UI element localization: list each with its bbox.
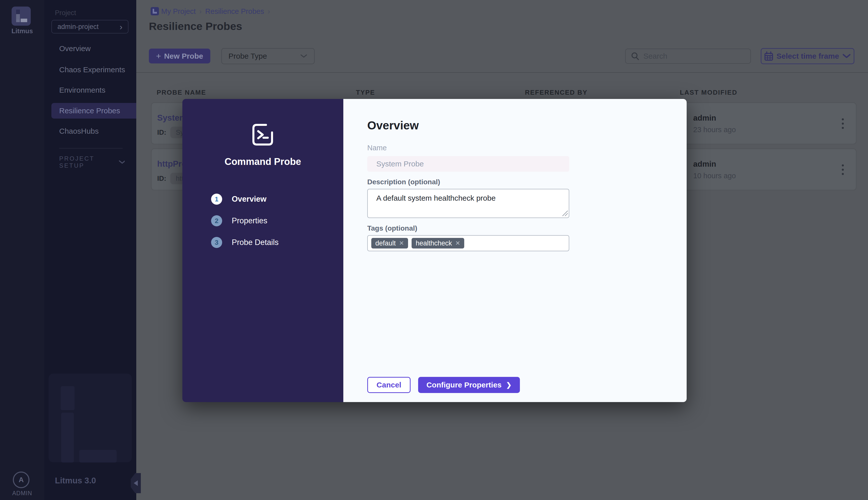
toolbar-divider (136, 72, 868, 73)
modified-by: admin (693, 114, 716, 123)
modified-by: admin (693, 160, 716, 169)
remove-tag-icon[interactable]: ✕ (455, 240, 460, 247)
select-time-frame-button[interactable]: Select time frame (761, 48, 854, 64)
chevron-down-icon (842, 54, 851, 59)
column-header-referenced-by: REFERENCED BY (525, 89, 587, 96)
step-number: 1 (211, 194, 222, 205)
new-probe-button[interactable]: + New Probe (149, 48, 210, 64)
kebab-icon (842, 118, 844, 120)
new-probe-label: New Probe (164, 52, 203, 60)
search-box (625, 48, 751, 64)
kebab-icon (842, 123, 844, 125)
project-select[interactable]: admin-project › (52, 20, 128, 34)
chevron-right-icon: › (120, 22, 122, 32)
configure-properties-button[interactable]: Configure Properties ❯ (418, 377, 520, 393)
column-header-probe-name: PROBE NAME (157, 89, 206, 96)
skeleton-block (79, 450, 117, 463)
avatar[interactable]: A (13, 471, 30, 488)
brand-label: Litmus (0, 27, 44, 35)
left-rail: Litmus A ADMIN (0, 0, 44, 500)
modified-time: 23 hours ago (693, 126, 736, 134)
avatar-role-label: ADMIN (0, 490, 44, 497)
project-setup-label: PROJECT SETUP (59, 155, 111, 169)
step-number: 3 (211, 237, 222, 248)
project-setup-section[interactable]: PROJECT SETUP (59, 157, 125, 168)
sidebar-item-label: Environments (59, 86, 105, 94)
chevron-right-icon: › (199, 7, 202, 15)
calendar-icon (764, 52, 773, 61)
wizard-step-properties[interactable]: 2 Properties (211, 215, 267, 227)
configure-properties-label: Configure Properties (427, 380, 501, 389)
search-input[interactable] (643, 52, 745, 61)
sidebar-promo-card (49, 374, 132, 462)
litmus-app: Litmus A ADMIN Project admin-project › O… (0, 0, 868, 500)
row-menu-button[interactable] (837, 115, 849, 133)
probe-type-dropdown[interactable]: Probe Type (222, 48, 315, 64)
sidebar: Project admin-project › Overview Chaos E… (44, 0, 136, 500)
tag-chip: default ✕ (371, 238, 408, 249)
breadcrumb-link-resilience-probes[interactable]: Resilience Probes (205, 7, 264, 15)
probe-type-label: Probe Type (228, 52, 267, 60)
sidebar-item-environments[interactable]: Environments (44, 82, 136, 98)
wizard-title: Command Probe (182, 156, 343, 167)
kebab-icon (842, 169, 844, 171)
tag-chip: healthcheck ✕ (412, 238, 464, 249)
logo-shape (154, 12, 157, 14)
sidebar-item-overview[interactable]: Overview (44, 41, 136, 56)
project-label: Project (55, 9, 76, 17)
breadcrumb: My Project › Resilience Probes › (161, 7, 270, 15)
tag-label: default (375, 239, 396, 247)
logo-shape (16, 14, 20, 22)
create-probe-modal: Command Probe 1 Overview 2 Properties 3 … (182, 99, 687, 402)
panel-heading: Overview (367, 118, 419, 132)
id-label: ID: (157, 175, 166, 183)
cancel-button[interactable]: Cancel (367, 377, 410, 393)
column-header-last-modified: LAST MODIFIED (680, 89, 737, 96)
name-input[interactable] (367, 156, 569, 172)
kebab-icon (842, 173, 844, 175)
description-textarea[interactable]: A default system healthcheck probe (367, 189, 569, 218)
tags-input[interactable]: default ✕ healthcheck ✕ (367, 235, 569, 251)
column-header-type: TYPE (356, 89, 375, 96)
breadcrumb-link-my-project[interactable]: My Project (161, 7, 196, 15)
sidebar-item-label: Chaos Experiments (59, 66, 125, 74)
logo-shape (21, 19, 27, 22)
skeleton-block (61, 386, 75, 410)
search-icon (631, 52, 639, 61)
wizard-sidebar: Command Probe 1 Overview 2 Properties 3 … (182, 99, 343, 402)
kebab-icon (842, 164, 844, 167)
step-label: Properties (232, 216, 267, 225)
step-label: Probe Details (232, 238, 279, 247)
sidebar-divider (59, 148, 123, 149)
wizard-step-probe-details[interactable]: 3 Probe Details (211, 237, 279, 248)
terminal-icon (250, 122, 275, 147)
wizard-form-panel: Overview Name Description (optional) A d… (343, 99, 687, 402)
page-title: Resilience Probes (149, 20, 242, 33)
chevron-down-icon (119, 160, 125, 164)
skeleton-block (61, 413, 74, 463)
plus-icon: + (156, 51, 161, 61)
sidebar-item-chaos-experiments[interactable]: Chaos Experiments (44, 62, 136, 78)
litmus-logo-icon[interactable] (12, 7, 31, 26)
id-label: ID: (157, 129, 166, 136)
time-frame-label: Select time frame (777, 52, 839, 60)
tag-label: healthcheck (416, 239, 452, 247)
sidebar-item-label: Resilience Probes (59, 106, 120, 115)
chevron-down-icon (300, 54, 307, 58)
chevron-right-icon: ❯ (506, 381, 511, 389)
name-label: Name (367, 144, 387, 152)
step-number: 2 (211, 215, 222, 226)
wizard-step-overview[interactable]: 1 Overview (211, 193, 267, 205)
row-menu-button[interactable] (837, 161, 849, 179)
modified-time: 10 hours ago (693, 172, 736, 180)
chevron-right-icon: › (268, 7, 270, 15)
sidebar-item-label: Overview (59, 44, 91, 53)
step-label: Overview (232, 195, 267, 204)
version-label: Litmus 3.0 (55, 476, 96, 485)
sidebar-item-chaoshubs[interactable]: ChaosHubs (44, 123, 136, 139)
kebab-icon (842, 127, 844, 129)
description-label: Description (optional) (367, 178, 440, 186)
remove-tag-icon[interactable]: ✕ (399, 240, 404, 247)
tags-label: Tags (optional) (367, 224, 417, 232)
sidebar-item-resilience-probes[interactable]: Resilience Probes (52, 103, 136, 118)
